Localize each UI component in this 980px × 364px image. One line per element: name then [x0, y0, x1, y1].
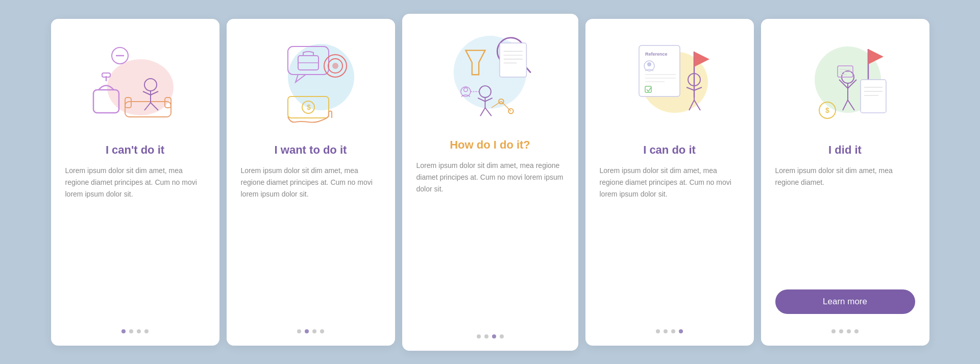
svg-point-15 — [288, 44, 354, 110]
card-can-do-it: Reference I c — [585, 19, 754, 346]
dot-3-2 — [484, 334, 488, 338]
dot-1-1 — [121, 329, 126, 333]
illustration-did-it: $ — [794, 31, 896, 133]
svg-point-21 — [332, 63, 338, 69]
svg-point-50 — [647, 62, 651, 66]
dot-4-4 — [679, 329, 683, 333]
card-want-to-do-it: $ I want to do it Lorem ipsum dolor sit … — [227, 19, 395, 346]
illustration-want-to-do-it: $ — [260, 31, 362, 133]
svg-point-0 — [107, 59, 174, 115]
card-body-5: Lorem ipsum dolor sit dim amet, mea regi… — [775, 165, 915, 284]
card-dots-3 — [477, 334, 504, 338]
dot-4-2 — [664, 329, 668, 333]
card-how-do-i-do-it: How do I do it? Lorem ipsum dolor sit di… — [402, 14, 578, 351]
dot-1-4 — [144, 329, 149, 333]
svg-line-38 — [485, 108, 491, 116]
card-dots-1 — [121, 329, 149, 333]
dot-4-1 — [656, 329, 660, 333]
dot-1-3 — [137, 329, 141, 333]
dot-3-1 — [477, 334, 481, 338]
dot-3-3 — [492, 334, 496, 338]
cards-container: I can't do it Lorem ipsum dolor sit dim … — [0, 0, 980, 364]
illustration-can-do-it: Reference — [619, 31, 721, 133]
svg-rect-28 — [500, 43, 526, 77]
svg-line-37 — [480, 108, 485, 116]
svg-text:$: $ — [825, 106, 829, 114]
card-body-2: Lorem ipsum dolor sit dim amet, mea regi… — [241, 165, 381, 319]
card-body-4: Lorem ipsum dolor sit dim amet, mea regi… — [600, 165, 740, 319]
dot-2-4 — [320, 329, 324, 333]
card-title-2: I want to do it — [275, 143, 347, 157]
card-dots-4 — [656, 329, 683, 333]
dot-2-1 — [297, 329, 301, 333]
illustration-how-do-i-do-it — [439, 26, 541, 128]
card-dots-5 — [831, 329, 859, 333]
dot-5-1 — [831, 329, 836, 333]
dot-1-2 — [129, 329, 133, 333]
card-body-3: Lorem ipsum dolor sit dim amet, mea regi… — [416, 160, 564, 324]
svg-text:$: $ — [307, 103, 311, 111]
card-title-3: How do I do it? — [450, 138, 530, 152]
svg-text:Reference: Reference — [645, 52, 668, 57]
dot-5-3 — [847, 329, 851, 333]
learn-more-button[interactable]: Learn more — [775, 289, 915, 314]
card-body-1: Lorem ipsum dolor sit dim amet, mea regi… — [65, 165, 205, 319]
dot-5-4 — [854, 329, 859, 333]
dot-4-3 — [671, 329, 675, 333]
dot-2-3 — [312, 329, 316, 333]
illustration-cant-do-it — [84, 31, 186, 133]
card-cant-do-it: I can't do it Lorem ipsum dolor sit dim … — [51, 19, 219, 346]
card-did-it: $ I did it Lorem ipsum dolor sit dim ame… — [761, 19, 929, 346]
card-title-4: I can do it — [643, 143, 696, 157]
dot-2-2 — [305, 329, 309, 333]
card-title-5: I did it — [828, 143, 862, 157]
svg-rect-74 — [861, 80, 886, 113]
dot-5-2 — [839, 329, 843, 333]
dot-3-4 — [500, 334, 504, 338]
card-title-1: I can't do it — [106, 143, 164, 157]
card-dots-2 — [297, 329, 324, 333]
